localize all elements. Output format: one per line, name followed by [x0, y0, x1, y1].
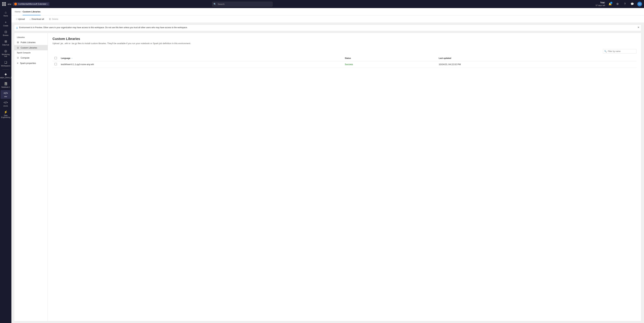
banner-close-button[interactable]: ✕	[638, 26, 640, 29]
row-language: testWheel-0.1.1-py3-none-any.whl	[59, 61, 343, 68]
delete-button[interactable]: 🗑 Delete	[47, 17, 60, 21]
dataeng-icon: ⚡	[4, 110, 8, 114]
breadcrumb-active: Custom Libraries	[23, 11, 40, 15]
page-description: Upload .jar, .whl or .tar.gz files to in…	[52, 42, 636, 45]
chevron-down-icon: ▾	[47, 3, 48, 5]
waffle-icon	[2, 2, 6, 6]
right-content-panel: Custom Libraries Upload .jar, .whl or .t…	[48, 33, 641, 321]
feedback-button[interactable]: 💬	[630, 2, 634, 6]
sidebar-item-shuaijun[interactable]: ◆ Shuaijun_Demo_Env	[1, 71, 11, 80]
sidebar-navigation: ⌂ Home ＋ Create ⊡ Browse ⊞ Data hub ◎ Mo…	[0, 8, 12, 323]
custom-libraries-label: Custom Libraries	[21, 47, 37, 49]
toolbar: ↑ Upload ↓ Download all 🗑 Delete	[12, 16, 644, 23]
custom-libraries-nav-item[interactable]: ⊟ Custom Libraries	[14, 45, 48, 50]
last-updated-column-header: Last updated	[437, 56, 636, 61]
monitoring-icon: ◎	[4, 49, 7, 53]
row-status: Success	[343, 61, 437, 68]
sidebar-item-create[interactable]: ＋ Create	[1, 19, 11, 28]
sidebar-item-notebook1[interactable]: 📓 Notebook 1	[1, 81, 11, 89]
browse-icon: ⊡	[4, 30, 7, 34]
sidebar-item-dataengineering[interactable]: ⚡ Data Engineering	[1, 109, 11, 120]
breadcrumb-separator: ›	[21, 11, 22, 13]
compute-icon: ⊙	[17, 56, 19, 59]
sidebar-item-label: Notebook 1	[1, 86, 10, 88]
help-button[interactable]: ?	[622, 2, 627, 6]
create-icon: ＋	[4, 20, 7, 24]
nav-left: env Confidential\Microsoft Extended ▾	[2, 2, 50, 6]
upload-label: Upload	[18, 18, 25, 20]
upload-icon: ↑	[16, 18, 17, 20]
status-header-label: Status	[345, 57, 351, 59]
sidebar-item-label: Data Engineering	[1, 115, 10, 118]
spark-properties-icon: ≡	[17, 62, 18, 65]
table-row: testWheel-0.1.1-py3-none-any.whl Success…	[52, 61, 636, 68]
workspace-name: Confidential\Microsoft Extended	[18, 3, 46, 5]
info-banner: ℹ Environment is in Preview. Other users…	[14, 25, 641, 31]
main-layout: ⌂ Home ＋ Create ⊡ Browse ⊞ Data hub ◎ Mo…	[0, 8, 644, 323]
sort-icon: ↑	[72, 57, 72, 59]
download-all-label: Download all	[32, 18, 44, 20]
language-column-header[interactable]: Language ↑	[59, 56, 343, 61]
download-all-button[interactable]: ↓ Download all	[28, 17, 46, 21]
waffle-menu[interactable]	[2, 2, 6, 6]
sidebar-item-env11[interactable]: </> env11	[1, 100, 11, 108]
select-all-checkbox[interactable]	[54, 57, 57, 59]
libraries-section-title: Libraries	[14, 36, 48, 40]
filter-input-wrap: 🔍	[603, 49, 636, 54]
last-updated-header-label: Last updated	[439, 57, 451, 59]
select-all-header	[52, 56, 59, 61]
sidebar-item-browse[interactable]: ⊡ Browse	[1, 29, 11, 38]
sidebar-item-label: Browse	[3, 34, 8, 36]
info-icon: ℹ	[16, 27, 18, 29]
row-last-updated: 10/24/23, 04:22:02 PM	[437, 61, 636, 68]
sidebar-item-env[interactable]: </> env	[1, 90, 11, 99]
search-icon: 🔍	[214, 3, 216, 5]
left-nav-panel: Libraries ⊞ Public Libraries ⊟ Custom Li…	[14, 33, 48, 321]
workspaces-icon: ❏	[4, 61, 7, 64]
notebook-icon: 📓	[4, 82, 8, 86]
sidebar-item-label: Workspaces	[1, 65, 10, 67]
sidebar-item-label: Data hub	[2, 44, 9, 46]
spark-properties-nav-item[interactable]: ≡ Spark properties	[14, 60, 48, 66]
sidebar-item-label: Home	[4, 15, 8, 17]
status-column-header: Status	[343, 56, 437, 61]
env11-icon: </>	[4, 101, 8, 104]
libraries-table: Language ↑ Status Last updated	[52, 56, 636, 68]
workspace-selector[interactable]: Confidential\Microsoft Extended ▾	[13, 2, 50, 6]
public-libraries-label: Public Libraries	[21, 41, 36, 44]
row-checkbox[interactable]	[54, 63, 57, 65]
public-libraries-nav-item[interactable]: ⊞ Public Libraries	[14, 40, 48, 45]
nav-right: Trial: 57 days left 🔔 5 ⚙ ? 💬 SD	[596, 2, 642, 7]
download-icon: ↓	[30, 18, 31, 20]
trial-info: Trial: 57 days left	[596, 2, 605, 7]
sidebar-item-label: Create	[3, 25, 8, 27]
datahub-icon: ⊞	[4, 40, 7, 43]
settings-button[interactable]: ⚙	[615, 2, 620, 6]
top-navigation: env Confidential\Microsoft Extended ▾ 🔍 …	[0, 0, 644, 8]
workspace-icon	[14, 3, 17, 5]
breadcrumb-home[interactable]: Home	[15, 11, 21, 13]
sidebar-item-label: env	[4, 96, 7, 98]
breadcrumb: Home › Custom Libraries	[12, 8, 644, 16]
compute-nav-item[interactable]: ⊙ Compute	[14, 55, 48, 60]
sidebar-item-home[interactable]: ⌂ Home	[1, 10, 11, 18]
search-input[interactable]	[212, 2, 272, 7]
sidebar-item-label: Monitoring hub	[1, 54, 10, 57]
public-libraries-icon: ⊞	[17, 41, 19, 44]
panel-area: Libraries ⊞ Public Libraries ⊟ Custom Li…	[14, 33, 641, 321]
banner-message: Environment is in Preview. Other users i…	[19, 26, 188, 29]
notifications-button[interactable]: 🔔 5	[608, 2, 612, 6]
notification-badge: 5	[610, 2, 612, 4]
spark-section-title: Spark Compute	[14, 50, 48, 55]
avatar[interactable]: SD	[637, 2, 642, 6]
sidebar-item-workspaces[interactable]: ❏ Workspaces	[1, 59, 11, 68]
custom-libraries-icon: ⊟	[17, 46, 19, 49]
table-header-row: Language ↑ Status Last updated	[52, 56, 636, 61]
upload-button[interactable]: ↑ Upload	[14, 17, 26, 21]
home-icon: ⌂	[5, 11, 7, 14]
compute-label: Compute	[21, 57, 30, 59]
sidebar-item-datahub[interactable]: ⊞ Data hub	[1, 38, 11, 47]
sidebar-item-monitoring[interactable]: ◎ Monitoring hub	[1, 48, 11, 59]
row-checkbox-cell	[52, 61, 59, 68]
filter-input[interactable]	[603, 49, 636, 54]
